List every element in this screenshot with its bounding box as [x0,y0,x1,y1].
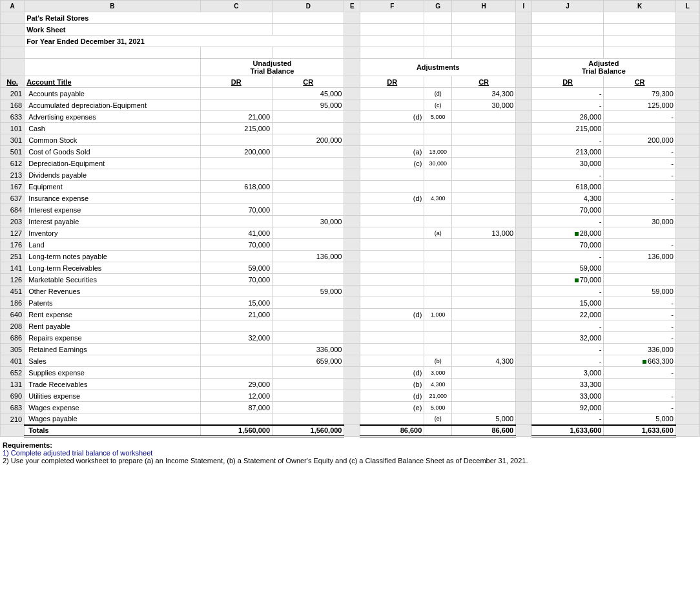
atb-dr: - [531,355,603,367]
atb-dr: 215,000 [531,123,603,134]
unadj-cr [273,367,344,379]
req-item-1: 1) Complete adjusted trial balance of wo… [3,449,152,457]
data-row: 451Other Revenues59,000-59,000 [1,286,700,297]
unadj-dr: 12,000 [200,390,272,402]
account-name: Utilities expense [25,390,200,402]
account-name: Totals [25,425,200,437]
adj-ref [424,134,452,146]
atb-dr: 33,000 [531,390,603,402]
adj-cr-val [452,251,516,262]
unadj-cr: 59,000 [273,286,344,297]
data-row: 401Sales659,000(b)4,300-663,300 [1,355,700,367]
account-no: 501 [1,146,25,158]
atb-dr: 4,300 [531,193,603,204]
account-name: Depreciation-Equipment [25,158,200,169]
account-name: Land [25,239,200,251]
unadj-cr [273,332,344,344]
atb-dr: - [531,99,603,111]
adj-dr-val: (d) [360,390,424,402]
adj-ref [424,274,452,286]
unadj-dr: 87,000 [200,402,272,413]
adj-dr-val [360,286,424,297]
adj-dr-val [360,344,424,355]
atb-cr: 30,000 [604,216,675,227]
adj-cr-val [452,297,516,309]
data-row: 176Land70,00070,000- [1,239,700,251]
atb-dr: 3,000 [531,367,603,379]
data-row: 203Interest payable30,000-30,000 [1,216,700,227]
adj-cr-val [452,123,516,134]
adj-dr-val [360,216,424,227]
adj-ref [424,204,452,216]
unadj-dr [200,344,272,355]
atb-dr: 32,000 [531,332,603,344]
unadj-cr: 136,000 [273,251,344,262]
account-no: 201 [1,88,25,99]
account-no: 251 [1,251,25,262]
adj-cr-val: 86,600 [452,425,516,437]
col-j-label: J [531,1,603,12]
adj-cr-val [452,134,516,146]
adj-ref: 5,000 [424,402,452,413]
adj-dr-val: (e) [360,402,424,413]
atb-cr: - [604,332,675,344]
adj-ref: (a) [424,227,452,239]
data-row: 612Depreciation-Equipment(c)30,00030,000… [1,158,700,169]
atb-cr: - [604,367,675,379]
data-row: 186Patents15,00015,000- [1,297,700,309]
adj-dr-val [360,88,424,99]
unadj-dr: 70,000 [200,239,272,251]
atb-dr: 26,000 [531,111,603,123]
atb-cr: - [604,297,675,309]
atb-dr: 28,000 [531,227,603,239]
data-row: 683Wages expense87,000(e)5,00092,000- [1,402,700,413]
atb-dr: 59,000 [531,262,603,274]
data-row: 501Cost of Goods Sold200,000(a)13,000213… [1,146,700,158]
unadj-cr [273,390,344,402]
adj-ref: (b) [424,355,452,367]
account-name: Common Stock [25,134,200,146]
unadj-cr [273,320,344,332]
atb-cr: 136,000 [604,251,675,262]
account-no: 126 [1,274,25,286]
atb-cr [604,181,675,193]
unadj-dr: 1,560,000 [200,425,272,437]
data-row: 633Advertising expenses21,000(d)5,00026,… [1,111,700,123]
account-no: 686 [1,332,25,344]
account-name: Accounts payable [25,88,200,99]
adj-ref [424,123,452,134]
adj-dr-header: DR [360,76,424,88]
account-no: 131 [1,379,25,390]
account-name: Other Revenues [25,286,200,297]
unadj-dr: 70,000 [200,204,272,216]
adj-dr-val [360,413,424,425]
atb-cr: - [604,390,675,402]
adj-ref: 1,000 [424,309,452,320]
adj-ref [424,251,452,262]
atb-cr: 663,300 [604,355,675,367]
account-name: Interest payable [25,216,200,227]
unadj-dr: 41,000 [200,227,272,239]
unadj-dr: 32,000 [200,332,272,344]
atb-dr: 618,000 [531,181,603,193]
adj-ref [424,297,452,309]
atb-cr: 125,000 [604,99,675,111]
unadj-cr: 95,000 [273,99,344,111]
unadj-cr: 30,000 [273,216,344,227]
unadj-cr: 659,000 [273,355,344,367]
data-row: 640Rent expense21,000(d)1,00022,000- [1,309,700,320]
adj-cr-val [452,402,516,413]
account-no: 127 [1,227,25,239]
data-row: 690Utilities expense12,000(d)21,00033,00… [1,390,700,402]
atb-dr: 92,000 [531,402,603,413]
account-no: 141 [1,262,25,274]
spacer-row [1,47,700,59]
unadj-dr [200,88,272,99]
adj-dr-val [360,262,424,274]
header-row-2: No. Account Title DR CR DR CR DR CR [1,76,700,88]
account-no: 186 [1,297,25,309]
adj-ref [424,425,452,437]
account-name: Inventory [25,227,200,239]
unadj-cr [273,111,344,123]
atb-dr: 1,633,600 [531,425,603,437]
